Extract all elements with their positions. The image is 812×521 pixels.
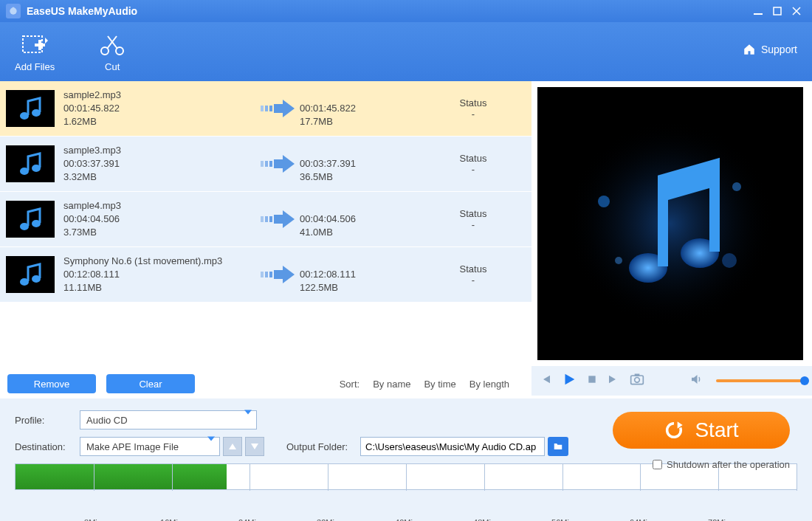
clear-button[interactable]: Clear <box>106 374 195 393</box>
file-name: sample4.mp3 <box>63 199 255 213</box>
volume-slider[interactable] <box>716 379 805 382</box>
app-logo-icon <box>6 4 21 18</box>
support-link[interactable]: Support <box>742 43 797 56</box>
maximize-button[interactable] <box>768 4 787 18</box>
remove-button[interactable]: Remove <box>7 374 96 393</box>
status-value: - <box>433 164 514 175</box>
app-title: EaseUS MakeMyAudio <box>27 5 137 17</box>
svg-marker-16 <box>283 100 295 117</box>
output-folder-label: Output Folder: <box>286 441 360 452</box>
file-name: sample3.mp3 <box>63 144 255 157</box>
sort-by-time[interactable]: By time <box>424 379 455 390</box>
start-button[interactable]: Start <box>613 412 790 449</box>
music-note-icon <box>560 113 781 334</box>
prev-track-button[interactable] <box>539 373 552 389</box>
file-row[interactable]: Symphony No.6 (1st movement).mp300:12:08… <box>0 247 531 303</box>
next-track-button[interactable] <box>607 373 620 389</box>
file-thumbnail <box>6 256 55 293</box>
file-duration: 00:04:04.506 <box>63 213 255 226</box>
file-row[interactable]: sample3.mp300:03:37.3913.32MB 00:03:37.3… <box>0 137 531 192</box>
svg-rect-14 <box>269 106 272 111</box>
main-area: sample2.mp300:01:45.8221.62MB 00:01:45.8… <box>0 81 812 398</box>
svg-marker-23 <box>283 155 295 173</box>
browse-folder-button[interactable] <box>548 437 568 456</box>
refresh-icon <box>664 420 684 441</box>
file-info-output: 00:03:37.39136.5MB <box>300 144 433 184</box>
svg-marker-7 <box>45 38 48 44</box>
shutdown-option[interactable]: Shutdown after the operation <box>653 459 790 470</box>
move-down-button[interactable] <box>245 437 264 456</box>
svg-point-39 <box>598 196 610 207</box>
timeline-tick: 24Min <box>238 518 261 521</box>
timeline-tick: 48Min <box>473 518 495 521</box>
timeline-tick: 40Min <box>395 518 417 521</box>
file-size: 3.73MB <box>63 226 255 239</box>
preview-canvas <box>537 87 803 360</box>
svg-rect-27 <box>265 216 268 222</box>
sort-by-name[interactable]: By name <box>373 379 410 390</box>
svg-rect-33 <box>261 272 264 277</box>
sort-by-length[interactable]: By length <box>469 379 509 390</box>
status-label: Status <box>433 208 514 219</box>
svg-rect-6 <box>38 40 41 50</box>
svg-rect-34 <box>265 272 268 277</box>
output-size: 41.0MB <box>300 226 433 239</box>
svg-rect-22 <box>274 159 283 168</box>
status-value: - <box>433 108 514 120</box>
minimize-button[interactable] <box>749 4 768 18</box>
file-info-source: sample2.mp300:01:45.8221.62MB <box>63 89 255 129</box>
file-info-output: 00:12:08.111122.5MB <box>300 255 433 295</box>
file-name: Symphony No.6 (1st movement).mp3 <box>63 255 255 268</box>
shutdown-checkbox[interactable] <box>653 460 662 469</box>
list-actions: Remove Clear Sort: By name By time By le… <box>0 369 531 398</box>
player-controls <box>531 366 812 396</box>
play-button[interactable] <box>561 371 577 390</box>
file-duration: 00:01:45.822 <box>63 102 255 115</box>
svg-rect-28 <box>269 216 272 222</box>
file-info-source: sample3.mp300:03:37.3913.32MB <box>63 144 255 184</box>
svg-rect-29 <box>274 215 283 224</box>
close-button[interactable] <box>787 4 806 18</box>
svg-rect-36 <box>274 270 283 279</box>
file-duration: 00:12:08.111 <box>63 268 255 281</box>
file-row[interactable]: sample2.mp300:01:45.8221.62MB 00:01:45.8… <box>0 81 531 137</box>
file-status: Status- <box>433 263 514 286</box>
volume-icon[interactable] <box>689 373 703 389</box>
status-label: Status <box>433 263 514 275</box>
svg-point-47 <box>635 378 640 383</box>
profile-value: Audio CD <box>86 415 128 426</box>
svg-rect-26 <box>261 216 264 222</box>
chevron-down-icon <box>207 441 215 452</box>
move-up-button[interactable] <box>223 437 242 456</box>
add-files-icon <box>20 32 49 58</box>
svg-marker-50 <box>251 444 258 449</box>
toolbar: Add Files Cut Support <box>0 22 812 81</box>
svg-rect-2 <box>754 13 763 15</box>
svg-point-40 <box>732 182 741 191</box>
file-size: 11.11MB <box>63 281 255 294</box>
profile-select[interactable]: Audio CD <box>80 410 257 429</box>
chevron-down-icon <box>244 415 252 426</box>
file-size: 3.32MB <box>63 170 255 184</box>
file-info-output: 00:04:04.50641.0MB <box>300 199 433 240</box>
add-files-button[interactable]: Add Files <box>15 32 55 72</box>
arrow-icon <box>255 264 300 285</box>
timeline-tick: 72Min <box>708 518 730 521</box>
snapshot-button[interactable] <box>629 372 645 390</box>
arrow-icon <box>255 98 300 119</box>
cut-button[interactable]: Cut <box>99 32 125 72</box>
svg-marker-30 <box>283 210 295 228</box>
file-row[interactable]: sample4.mp300:04:04.5063.73MB 00:04:04.5… <box>0 192 531 247</box>
output-size: 17.7MB <box>300 115 433 128</box>
stop-button[interactable] <box>586 373 598 388</box>
file-info-output: 00:01:45.82217.7MB <box>300 89 433 129</box>
file-status: Status- <box>433 208 514 230</box>
file-thumbnail <box>6 90 55 127</box>
destination-select[interactable]: Make APE Image File <box>80 437 220 456</box>
svg-rect-13 <box>265 106 268 111</box>
file-info-source: sample4.mp300:04:04.5063.73MB <box>63 199 255 240</box>
file-thumbnail <box>6 201 55 238</box>
file-status: Status- <box>433 153 514 175</box>
output-folder-input[interactable] <box>360 437 545 456</box>
timeline-tick: 64Min <box>630 518 652 521</box>
